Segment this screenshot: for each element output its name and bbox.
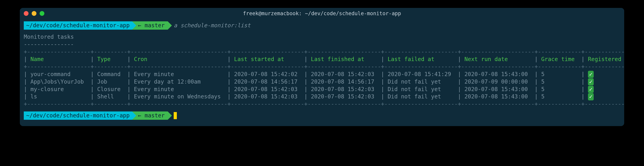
titlebar: freek@murzemacbook: ~/dev/code/schedule-… [20, 8, 624, 19]
window-title: freek@murzemacbook: ~/dev/code/schedule-… [243, 10, 401, 16]
cursor-icon [174, 112, 177, 119]
minimize-icon[interactable] [32, 11, 36, 16]
prompt-branch: ← master [132, 21, 168, 30]
prompt-path: ~/dev/code/schedule-monitor-app [24, 21, 132, 30]
traffic-lights [24, 11, 44, 16]
command-output: Monitored tasks --------------- +-------… [24, 33, 620, 108]
terminal-window: freek@murzemacbook: ~/dev/code/schedule-… [20, 8, 624, 126]
command-text: a schedule-monitor:list [174, 22, 250, 29]
prompt-line-1: ~/dev/code/schedule-monitor-app ← master… [24, 21, 620, 30]
prompt-branch: ← master [132, 111, 168, 120]
close-icon[interactable] [24, 11, 28, 16]
prompt-line-2: ~/dev/code/schedule-monitor-app ← master [24, 111, 620, 120]
maximize-icon[interactable] [40, 11, 44, 16]
terminal-content[interactable]: ~/dev/code/schedule-monitor-app ← master… [20, 19, 624, 126]
prompt-path: ~/dev/code/schedule-monitor-app [24, 111, 132, 120]
